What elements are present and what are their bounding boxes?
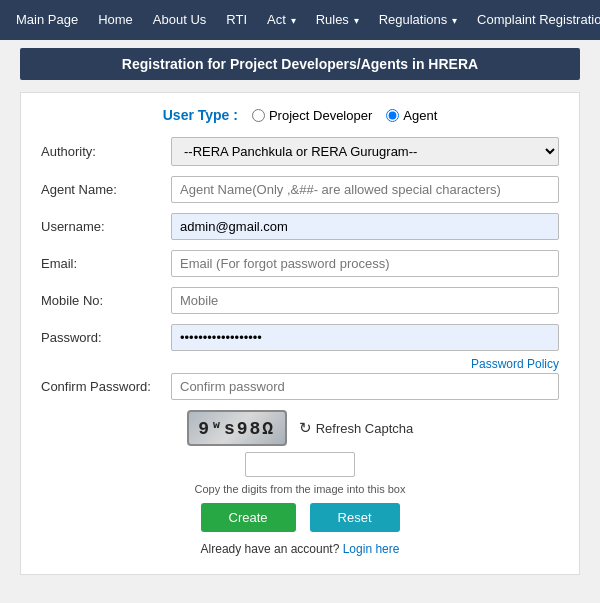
- authority-row: Authority: --RERA Panchkula or RERA Guru…: [41, 137, 559, 166]
- captcha-row: 9ʷs98Ω ↻ Refresh Captcha: [187, 410, 414, 446]
- refresh-icon: ↻: [299, 419, 312, 437]
- nav-act[interactable]: Act ▾: [257, 0, 306, 41]
- user-type-agent[interactable]: Agent: [386, 108, 437, 123]
- mobile-label: Mobile No:: [41, 293, 171, 308]
- confirm-password-row: Confirm Password:: [41, 373, 559, 400]
- create-button[interactable]: Create: [201, 503, 296, 532]
- password-policy-link[interactable]: Password Policy: [471, 357, 559, 371]
- user-type-project-developer[interactable]: Project Developer: [252, 108, 372, 123]
- captcha-image: 9ʷs98Ω: [187, 410, 287, 446]
- page-title-bar: Registration for Project Developers/Agen…: [20, 48, 580, 80]
- confirm-password-input[interactable]: [171, 373, 559, 400]
- agent-name-input[interactable]: [171, 176, 559, 203]
- email-input[interactable]: [171, 250, 559, 277]
- confirm-password-label: Confirm Password:: [41, 379, 171, 394]
- username-input[interactable]: [171, 213, 559, 240]
- password-label: Password:: [41, 330, 171, 345]
- regulations-dropdown-arrow: ▾: [449, 15, 457, 26]
- username-label: Username:: [41, 219, 171, 234]
- mobile-input[interactable]: [171, 287, 559, 314]
- refresh-captcha-button[interactable]: ↻ Refresh Captcha: [299, 419, 414, 437]
- button-row: Create Reset: [41, 503, 559, 532]
- nav-about-us[interactable]: About Us: [143, 0, 216, 40]
- authority-select[interactable]: --RERA Panchkula or RERA Gurugram-- RERA…: [171, 137, 559, 166]
- nav-rules[interactable]: Rules ▾: [306, 0, 369, 41]
- navigation: Main Page Home About Us RTI Act ▾ Rules …: [0, 0, 600, 40]
- login-row: Already have an account? Login here: [41, 542, 559, 556]
- login-link[interactable]: Login here: [343, 542, 400, 556]
- password-input[interactable]: [171, 324, 559, 351]
- reset-button[interactable]: Reset: [310, 503, 400, 532]
- registration-form: User Type : Project Developer Agent Auth…: [20, 92, 580, 575]
- email-label: Email:: [41, 256, 171, 271]
- act-dropdown-arrow: ▾: [288, 15, 296, 26]
- username-row: Username:: [41, 213, 559, 240]
- user-type-label: User Type :: [163, 107, 238, 123]
- nav-main-page[interactable]: Main Page: [6, 0, 88, 40]
- page-title: Registration for Project Developers/Agen…: [122, 56, 478, 72]
- user-type-row: User Type : Project Developer Agent: [41, 107, 559, 123]
- mobile-row: Mobile No:: [41, 287, 559, 314]
- password-policy-row: Password Policy: [41, 357, 559, 371]
- nav-home[interactable]: Home: [88, 0, 143, 40]
- email-row: Email:: [41, 250, 559, 277]
- agent-name-row: Agent Name:: [41, 176, 559, 203]
- authority-label: Authority:: [41, 144, 171, 159]
- nav-rti[interactable]: RTI: [216, 0, 257, 40]
- captcha-hint: Copy the digits from the image into this…: [195, 483, 406, 495]
- nav-regulations[interactable]: Regulations ▾: [369, 0, 467, 41]
- agent-name-label: Agent Name:: [41, 182, 171, 197]
- captcha-section: 9ʷs98Ω ↻ Refresh Captcha Copy the digits…: [41, 410, 559, 495]
- rules-dropdown-arrow: ▾: [351, 15, 359, 26]
- password-row: Password:: [41, 324, 559, 351]
- radio-agent[interactable]: [386, 109, 399, 122]
- radio-project-developer[interactable]: [252, 109, 265, 122]
- captcha-input[interactable]: [245, 452, 355, 477]
- login-text: Already have an account?: [201, 542, 340, 556]
- nav-complaint-registration[interactable]: Complaint Registration: [467, 0, 600, 40]
